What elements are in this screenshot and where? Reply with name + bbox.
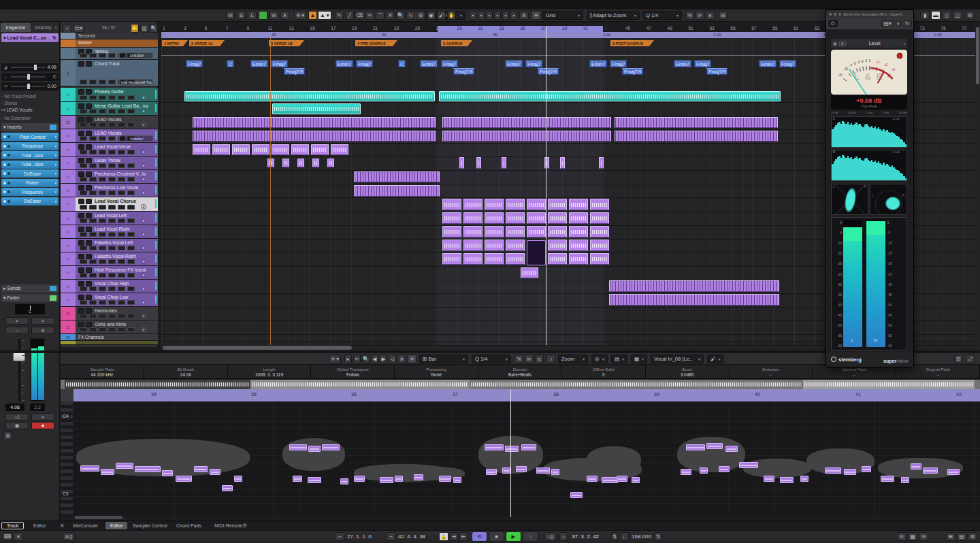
track-control-button[interactable]: [80, 286, 87, 291]
chord-event[interactable]: Fmaj7/9: [284, 68, 305, 75]
track-mute-button[interactable]: [78, 308, 84, 314]
track-control-button[interactable]: [99, 80, 106, 84]
track-control-button[interactable]: [108, 53, 116, 58]
add-track-button[interactable]: ＋: [63, 24, 71, 33]
chord-event[interactable]: C: [398, 61, 406, 67]
chord-event[interactable]: Emin7: [674, 61, 691, 67]
punch-in-button[interactable]: ⇥: [450, 532, 458, 541]
transport-pads-icon[interactable]: ⊞: [946, 532, 956, 541]
right-locator-value[interactable]: 42. 4. 4. 38: [398, 533, 425, 540]
track-control-button[interactable]: [108, 232, 116, 237]
audio-clip[interactable]: [439, 91, 781, 101]
track-control-button[interactable]: [118, 163, 125, 168]
insert-dropdown-icon[interactable]: ▾: [54, 163, 56, 167]
editor-solo-button[interactable]: ✛ ▾: [329, 355, 341, 363]
editor-h-scrollbar[interactable]: [75, 516, 122, 519]
track-control-button[interactable]: [89, 163, 97, 168]
chord-event[interactable]: Emin7: [250, 61, 268, 67]
inserts-header[interactable]: ▾ Inserts: [1, 123, 59, 131]
info-field-processing[interactable]: ProcessingNone: [395, 365, 478, 378]
track-control-button[interactable]: [99, 53, 106, 58]
track-control-button[interactable]: [89, 300, 97, 305]
fader-handle[interactable]: [13, 352, 25, 361]
punch-out-button[interactable]: ⇤: [459, 532, 468, 541]
audio-clip[interactable]: [485, 240, 504, 251]
track-control-button[interactable]: [118, 232, 125, 237]
editor-tool-0[interactable]: ▸: [344, 355, 352, 363]
track-solo-button[interactable]: [86, 61, 92, 67]
track-name[interactable]: Delay Throw: [95, 158, 156, 163]
volume-handle[interactable]: [34, 65, 37, 70]
editor-note-icon[interactable]: ♪: [546, 355, 555, 363]
zone-presets-button[interactable]: ◫: [953, 11, 962, 20]
track-edit-icon[interactable]: e: [141, 122, 146, 127]
track-control-button[interactable]: [118, 218, 125, 223]
track-control-button[interactable]: [89, 273, 97, 278]
track-edit-icon[interactable]: e: [141, 259, 146, 264]
track-control-button[interactable]: [89, 218, 97, 223]
track-name[interactable]: Lead Vocal Verse: [95, 144, 156, 149]
track-control-button[interactable]: [127, 314, 135, 318]
track-control-button[interactable]: [89, 122, 97, 127]
editor-alignment-button[interactable]: ⊳: [525, 355, 534, 363]
audio-clip[interactable]: [506, 240, 525, 251]
variaudio-segment[interactable]: [210, 469, 220, 475]
insert-slot-2[interactable]: Tube ..ssor▾: [1, 151, 59, 159]
output-routing-row[interactable]: ↦LEAD Vocals: [1, 107, 59, 113]
track-control-button[interactable]: [89, 150, 97, 154]
track-control-button[interactable]: [127, 177, 135, 182]
track-control-button[interactable]: [118, 246, 125, 250]
audio-clip[interactable]: [485, 212, 504, 224]
track-control-button[interactable]: [99, 286, 106, 291]
track-control-button[interactable]: [127, 218, 135, 223]
variaudio-segment[interactable]: [800, 476, 808, 482]
track-control-button[interactable]: [108, 205, 116, 210]
variaudio-segment[interactable]: [844, 469, 856, 475]
variaudio-segment[interactable]: [825, 467, 841, 474]
track-mute-button[interactable]: [78, 281, 84, 286]
audio-clip[interactable]: [184, 91, 435, 101]
track-visibility-button[interactable]: ▥: [140, 24, 148, 33]
track-control-button[interactable]: [89, 80, 97, 84]
track-control-button[interactable]: [108, 300, 116, 305]
audio-clip[interactable]: [312, 159, 319, 167]
track-mute-button[interactable]: [78, 103, 84, 109]
variaudio-segment[interactable]: [516, 466, 527, 472]
track-row[interactable]: ∿Phasey Guitare: [61, 88, 158, 102]
audio-alignment-button[interactable]: ⊳: [696, 11, 704, 20]
quantize-panel-button[interactable]: e: [706, 11, 715, 20]
audio-clip[interactable]: [506, 212, 525, 224]
variaudio-segment[interactable]: [602, 477, 618, 483]
track-name[interactable]: Lead Vocal Chorus: [95, 199, 156, 203]
audio-clip[interactable]: [548, 240, 567, 251]
state-button-W[interactable]: W: [270, 11, 278, 20]
track-control-button[interactable]: [118, 300, 125, 305]
variaudio-segment[interactable]: [911, 463, 921, 470]
insert-bypass-icon[interactable]: [7, 135, 10, 138]
state-button-M[interactable]: M: [226, 11, 235, 20]
audio-clip[interactable]: [463, 226, 483, 237]
piano-keys-column[interactable]: [61, 401, 74, 517]
bottom-tab-sampler-control[interactable]: Sampler Control: [128, 522, 172, 529]
audio-clip[interactable]: [442, 199, 461, 210]
zoom-tool-icon[interactable]: ✂: [365, 11, 374, 20]
track-solo-button[interactable]: [86, 267, 92, 273]
audio-clip[interactable]: [527, 240, 546, 265]
draw-tool-icon[interactable]: 🔍: [396, 11, 405, 20]
track-control-button[interactable]: [80, 300, 87, 305]
track-edit-icon[interactable]: e: [141, 149, 146, 154]
transport-perf-icon[interactable]: %: [919, 532, 928, 541]
track-control-button[interactable]: [80, 122, 87, 127]
track-row[interactable]: ∿High Response FX Vocale: [61, 266, 158, 280]
variaudio-segment[interactable]: [551, 469, 559, 475]
tempo-value[interactable]: 168.000: [632, 533, 651, 540]
variaudio-segment[interactable]: [354, 476, 365, 482]
track-edit-icon[interactable]: e: [141, 313, 146, 318]
erase-tool-icon[interactable]: ⌫: [355, 11, 364, 20]
variaudio-segment[interactable]: [116, 463, 133, 469]
track-solo-button[interactable]: [86, 89, 92, 95]
track-control-button[interactable]: [80, 53, 87, 58]
audio-clip[interactable]: [232, 144, 250, 155]
track-control-button[interactable]: [127, 205, 135, 210]
track-row[interactable]: ♩Tempoe168.000: [61, 48, 158, 60]
